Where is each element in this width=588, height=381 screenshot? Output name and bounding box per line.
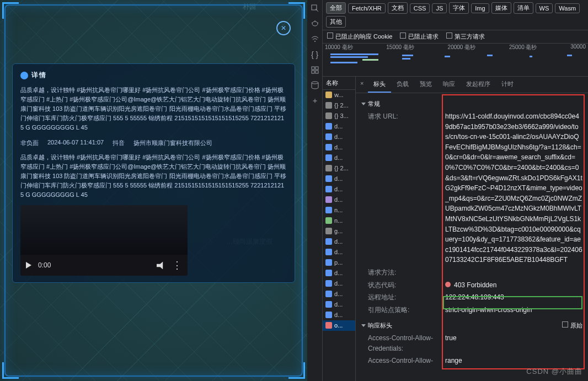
file-type-icon [325,301,332,308]
tab-headers[interactable]: 标头 [368,77,391,93]
request-name: d... [334,270,343,276]
request-row[interactable]: d... [323,310,355,320]
video-time: 0:00 [38,261,51,269]
filter-wasm[interactable]: Wasm [555,3,580,13]
request-row[interactable]: d... [323,289,355,299]
filter-all[interactable]: 全部 [326,2,346,14]
debug-icon[interactable] [310,19,320,29]
file-type-icon [325,238,332,245]
request-row[interactable]: w... [323,90,355,100]
request-list[interactable]: 名称 w...{} 2...{} 3...d...d...d...d...{} … [323,77,356,381]
brackets-icon[interactable]: { } [310,50,320,60]
tab-payload[interactable]: 负载 [391,77,414,93]
add-icon[interactable]: ＋ [310,96,320,106]
raw-toggle[interactable]: 原始 [562,321,582,330]
general-section[interactable]: 常规 [361,98,582,110]
request-row[interactable]: {} 3... [323,111,355,121]
url-label: 请求 URL: [368,111,434,265]
request-name: d... [334,123,343,130]
filter-media[interactable]: 媒体 [491,2,511,14]
tab-timing[interactable]: 计时 [496,77,519,93]
play-icon[interactable] [26,262,31,269]
meta-row: 非负面 2024-06-07 11:41:07 抖音 扬州市顺康门窗科技有限公司 [20,139,287,147]
devtools-main: 全部 Fetch/XHR 文档 CSS JS 字体 Img 媒体 清单 WS W… [323,0,588,381]
close-icon: ✕ [281,24,286,32]
chevron-down-icon [361,103,366,105]
file-type-icon [325,144,332,151]
detail-paragraph-2: 品质卓越，设计独特 #扬州抗风卷帘门哪里好 #扬州抗风卷帘门公司 #扬州极窄感应… [20,153,287,200]
filter-js[interactable]: JS [432,3,447,13]
request-row[interactable]: d... [323,195,355,205]
file-type-icon [325,270,332,276]
filter-img[interactable]: Img [471,3,489,13]
meta-source: 抖音 [113,139,125,147]
opt-blocked-cookie[interactable]: 已阻止的响应 Cookie [327,33,392,41]
file-type-icon [325,322,332,329]
filter-css[interactable]: CSS [410,3,430,13]
filter-manifest[interactable]: 清单 [514,2,533,14]
filter-ws[interactable]: WS [536,3,553,13]
tab-initiator[interactable]: 发起程序 [461,77,496,93]
file-type-icon [325,102,332,109]
request-name: d... [334,301,343,308]
request-row[interactable]: {} 2... [323,163,355,174]
name-header: 名称 [323,77,355,90]
file-type-icon [325,123,332,130]
request-row[interactable]: d... [323,121,355,132]
more-icon[interactable]: ⋮ [172,259,182,271]
request-row[interactable]: d... [323,237,355,247]
request-row[interactable]: d... [323,174,355,184]
request-row[interactable]: g... [323,226,355,237]
opt-third[interactable]: 第三方请求 [446,33,485,41]
request-row[interactable]: o... [323,320,355,331]
app-icon[interactable] [310,65,320,75]
file-type-icon [325,249,332,255]
db-icon[interactable] [310,81,320,90]
resp-h-k: Access-Control-Allow-Credentials: [368,333,434,353]
file-type-icon [325,291,332,297]
meta-type: 非负面 [20,139,39,147]
request-row[interactable]: d... [323,268,355,278]
video-area[interactable] [20,205,188,255]
timeline[interactable]: 10000 毫秒 15000 毫秒 20000 毫秒 25000 毫秒 3000… [323,44,588,77]
request-row[interactable]: d... [323,142,355,153]
url-value: https://v11-coldf.douyinvod.com/cbc894cc… [445,111,582,265]
request-row[interactable]: p... [323,257,355,268]
detail-icon [20,72,28,79]
video-player[interactable]: 0:00 ⋮ [20,205,188,276]
status-dot-icon [445,282,451,287]
svg-rect-6 [312,67,314,69]
request-row[interactable]: d... [323,278,355,289]
headers-scroll[interactable]: 常规 请求 URL:https://v11-coldf.douyinvod.co… [356,93,588,381]
close-tab-icon[interactable]: × [356,77,368,93]
close-button[interactable]: ✕ [276,21,291,35]
response-headers-section[interactable]: 响应标头 原始 [361,319,582,332]
opt-blocked-req[interactable]: 已阻止请求 [400,33,439,41]
request-row[interactable]: n... [323,216,355,226]
wifi-icon[interactable] [310,34,320,44]
filter-other[interactable]: 其他 [326,16,346,28]
svg-rect-9 [316,71,318,73]
request-row[interactable]: d... [323,132,355,142]
file-type-icon [325,154,332,161]
request-row[interactable]: d... [323,184,355,195]
request-row[interactable]: d... [323,299,355,310]
volume-icon[interactable] [157,261,165,269]
request-row[interactable]: d... [323,153,355,163]
tab-preview[interactable]: 预览 [414,77,437,93]
inspect-icon[interactable] [310,3,320,13]
request-row[interactable]: {} 2... [323,100,355,111]
devtools-side-rail: { } ＋ [307,0,323,381]
meta-time: 2024-06-07 11:41:07 [47,139,104,147]
filter-font[interactable]: 字体 [449,2,469,14]
tab-response[interactable]: 响应 [437,77,461,93]
file-type-icon [325,112,332,119]
remote-label: 远程地址: [368,292,434,303]
request-name: d... [334,186,343,192]
map-label: 朴园 [243,2,256,12]
request-row[interactable]: d... [323,247,355,257]
filter-doc[interactable]: 文档 [388,2,408,14]
request-name: p... [334,259,343,266]
request-row[interactable]: n... [323,205,355,216]
filter-fetch[interactable]: Fetch/XHR [348,3,386,13]
